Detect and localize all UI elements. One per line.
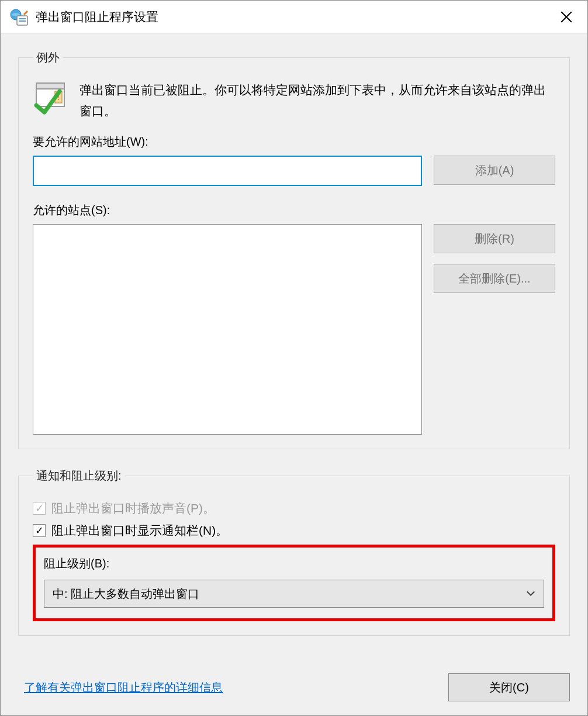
remove-button[interactable]: 删除(R) — [434, 224, 555, 253]
address-input[interactable] — [33, 156, 422, 186]
learn-more-link[interactable]: 了解有关弹出窗口阻止程序的详细信息 — [24, 680, 223, 696]
dialog-content: 例外 ! 弹出窗口当前已被阻止。你可以将特定网站添加到下表中，从而允许来自该站点… — [1, 33, 587, 659]
allowed-sites-listbox[interactable] — [33, 224, 422, 435]
chevron-down-icon — [526, 589, 535, 598]
block-level-label: 阻止级别(B): — [44, 556, 544, 572]
show-bar-label: 阻止弹出窗口时显示通知栏(N)。 — [51, 522, 228, 539]
exceptions-group: 例外 ! 弹出窗口当前已被阻止。你可以将特定网站添加到下表中，从而允许来自该站点… — [18, 50, 570, 449]
info-text: 弹出窗口当前已被阻止。你可以将特定网站添加到下表中，从而允许来自该站点的弹出窗口… — [79, 80, 555, 121]
list-buttons: 删除(R) 全部删除(E)... — [434, 224, 555, 293]
block-level-combobox[interactable]: 中: 阻止大多数自动弹出窗口 — [44, 580, 544, 608]
window-close-button[interactable] — [550, 1, 583, 33]
block-level-value: 中: 阻止大多数自动弹出窗口 — [53, 586, 199, 602]
add-button[interactable]: 添加(A) — [434, 156, 555, 185]
play-sound-label: 阻止弹出窗口时播放声音(P)。 — [51, 500, 215, 517]
notifications-group: 通知和阻止级别: ✓ 阻止弹出窗口时播放声音(P)。 ✓ 阻止弹出窗口时显示通知… — [18, 468, 570, 636]
checkbox-icon: ✓ — [33, 502, 46, 515]
block-level-highlight: 阻止级别(B): 中: 阻止大多数自动弹出窗口 — [33, 545, 555, 621]
window-title: 弹出窗口阻止程序设置 — [36, 9, 550, 25]
address-row: 添加(A) — [33, 156, 555, 186]
close-icon — [561, 11, 572, 23]
remove-all-button[interactable]: 全部删除(E)... — [434, 264, 555, 293]
titlebar: 弹出窗口阻止程序设置 — [1, 1, 587, 33]
allowed-sites-row: 删除(R) 全部删除(E)... — [33, 224, 555, 435]
play-sound-checkbox-row[interactable]: ✓ 阻止弹出窗口时播放声音(P)。 — [33, 500, 555, 517]
checkbox-icon: ✓ — [33, 524, 46, 537]
allowed-sites-label: 允许的站点(S): — [33, 202, 555, 218]
dialog-footer: 了解有关弹出窗口阻止程序的详细信息 关闭(C) — [1, 659, 587, 715]
show-bar-checkbox-row[interactable]: ✓ 阻止弹出窗口时显示通知栏(N)。 — [33, 522, 555, 539]
window-checkmark-icon: ! — [33, 80, 68, 115]
notifications-legend: 通知和阻止级别: — [33, 468, 125, 484]
popup-blocker-settings-window: 弹出窗口阻止程序设置 例外 ! 弹出窗 — [0, 0, 588, 716]
info-row: ! 弹出窗口当前已被阻止。你可以将特定网站添加到下表中，从而允许来自该站点的弹出… — [33, 80, 555, 121]
close-button[interactable]: 关闭(C) — [448, 673, 570, 701]
address-label: 要允许的网站地址(W): — [33, 134, 555, 150]
app-icon — [10, 8, 29, 26]
svg-rect-7 — [36, 83, 64, 89]
exceptions-legend: 例外 — [33, 50, 63, 66]
